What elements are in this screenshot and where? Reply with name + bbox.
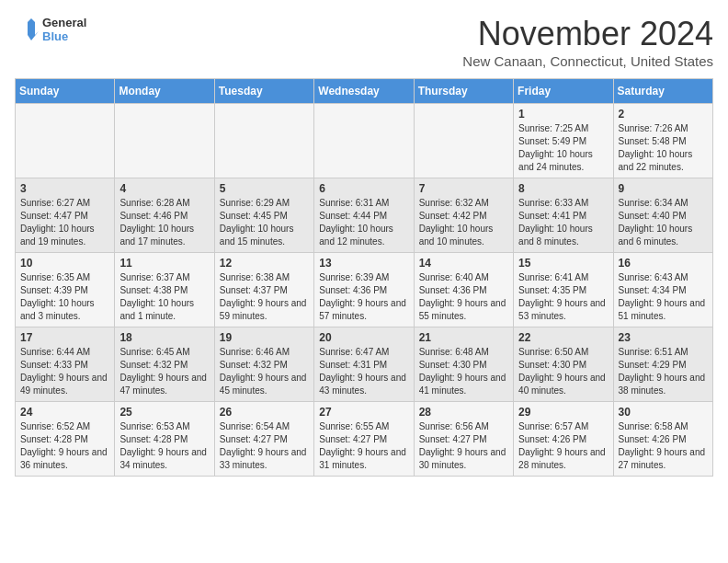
day-number: 10 — [20, 257, 109, 270]
calendar-cell-4-2: 18Sunrise: 6:45 AMSunset: 4:32 PMDayligh… — [115, 327, 214, 402]
day-info-line: Sunrise: 6:47 AM — [319, 346, 408, 359]
calendar-week-2: 3Sunrise: 6:27 AMSunset: 4:47 PMDaylight… — [16, 178, 713, 253]
day-info-line: Sunrise: 6:37 AM — [119, 271, 209, 284]
day-number: 16 — [619, 257, 708, 270]
calendar-cell-4-1: 17Sunrise: 6:44 AMSunset: 4:33 PMDayligh… — [16, 327, 115, 402]
header-monday: Monday — [115, 79, 214, 104]
header-wednesday: Wednesday — [314, 79, 414, 104]
day-info-line: Sunset: 4:26 PM — [518, 433, 608, 446]
day-number: 26 — [220, 406, 309, 419]
calendar-week-5: 24Sunrise: 6:52 AMSunset: 4:28 PMDayligh… — [16, 402, 713, 477]
day-number: 13 — [319, 257, 408, 270]
day-info-line: Sunrise: 7:26 AM — [619, 122, 708, 135]
day-info-line: Daylight: 10 hours and 3 minutes. — [20, 297, 109, 323]
month-title: November 2024 — [462, 15, 713, 53]
day-number: 25 — [119, 406, 209, 419]
calendar-cell-4-6: 22Sunrise: 6:50 AMSunset: 4:30 PMDayligh… — [514, 327, 613, 402]
calendar-cell-4-3: 19Sunrise: 6:46 AMSunset: 4:32 PMDayligh… — [214, 327, 313, 402]
day-info-line: Daylight: 9 hours and 53 minutes. — [518, 297, 608, 323]
day-info-line: Daylight: 9 hours and 47 minutes. — [119, 372, 209, 397]
day-number: 24 — [20, 406, 109, 419]
day-info-line: Daylight: 9 hours and 43 minutes. — [319, 372, 408, 397]
day-info-line: Sunrise: 6:53 AM — [119, 420, 209, 433]
day-info-line: Daylight: 10 hours and 19 minutes. — [20, 223, 109, 248]
day-number: 1 — [518, 108, 608, 121]
day-info-line: Sunrise: 6:43 AM — [619, 271, 708, 284]
calendar-cell-5-7: 30Sunrise: 6:58 AMSunset: 4:26 PMDayligh… — [613, 402, 712, 477]
day-number: 20 — [319, 331, 408, 344]
header-tuesday: Tuesday — [214, 79, 313, 104]
day-info-line: Sunset: 4:31 PM — [319, 359, 408, 372]
day-info-line: Sunrise: 6:29 AM — [220, 197, 309, 210]
svg-marker-0 — [28, 18, 39, 40]
day-info-line: Daylight: 10 hours and 12 minutes. — [319, 223, 408, 248]
calendar-cell-3-7: 16Sunrise: 6:43 AMSunset: 4:34 PMDayligh… — [613, 253, 712, 327]
day-info-line: Daylight: 9 hours and 51 minutes. — [619, 297, 708, 323]
day-info-line: Daylight: 10 hours and 10 minutes. — [419, 223, 508, 248]
calendar-cell-3-1: 10Sunrise: 6:35 AMSunset: 4:39 PMDayligh… — [16, 253, 115, 327]
calendar-cell-3-5: 14Sunrise: 6:40 AMSunset: 4:36 PMDayligh… — [414, 253, 513, 327]
day-info-line: Daylight: 9 hours and 40 minutes. — [518, 372, 608, 397]
header-saturday: Saturday — [613, 79, 712, 104]
day-info-line: Sunrise: 6:57 AM — [518, 420, 608, 433]
day-info-line: Daylight: 9 hours and 57 minutes. — [319, 297, 408, 323]
calendar-cell-5-6: 29Sunrise: 6:57 AMSunset: 4:26 PMDayligh… — [514, 402, 613, 477]
day-info-line: Sunrise: 7:25 AM — [518, 122, 608, 135]
day-info-line: Sunset: 4:30 PM — [518, 359, 608, 372]
day-info-line: Sunrise: 6:54 AM — [220, 420, 309, 433]
day-info-line: Sunset: 4:32 PM — [220, 359, 309, 372]
calendar-week-1: 1Sunrise: 7:25 AMSunset: 5:49 PMDaylight… — [16, 104, 713, 178]
calendar-cell-3-4: 13Sunrise: 6:39 AMSunset: 4:36 PMDayligh… — [314, 253, 414, 327]
day-info-line: Sunset: 4:32 PM — [119, 359, 209, 372]
day-number: 17 — [20, 331, 109, 344]
day-info-line: Daylight: 9 hours and 33 minutes. — [220, 446, 309, 472]
calendar-cell-2-7: 9Sunrise: 6:34 AMSunset: 4:40 PMDaylight… — [613, 178, 712, 253]
logo-svg — [15, 15, 39, 44]
day-info-line: Sunrise: 6:40 AM — [419, 271, 508, 284]
day-info-line: Daylight: 9 hours and 34 minutes. — [119, 446, 209, 472]
calendar-body: 1Sunrise: 7:25 AMSunset: 5:49 PMDaylight… — [16, 104, 713, 477]
calendar-cell-1-1 — [16, 104, 115, 178]
day-number: 6 — [319, 182, 408, 195]
calendar-table: Sunday Monday Tuesday Wednesday Thursday… — [15, 78, 713, 477]
calendar-cell-5-5: 28Sunrise: 6:56 AMSunset: 4:27 PMDayligh… — [414, 402, 513, 477]
day-info-line: Daylight: 10 hours and 17 minutes. — [119, 223, 209, 248]
day-info-line: Daylight: 9 hours and 30 minutes. — [419, 446, 508, 472]
day-number: 8 — [518, 182, 608, 195]
calendar-cell-1-6: 1Sunrise: 7:25 AMSunset: 5:49 PMDaylight… — [514, 104, 613, 178]
calendar-cell-2-3: 5Sunrise: 6:29 AMSunset: 4:45 PMDaylight… — [214, 178, 313, 253]
calendar-cell-1-3 — [214, 104, 313, 178]
day-info-line: Sunset: 4:44 PM — [319, 210, 408, 223]
day-number: 27 — [319, 406, 408, 419]
header-friday: Friday — [514, 79, 613, 104]
logo-general: General — [42, 16, 86, 29]
day-number: 3 — [20, 182, 109, 195]
header: General Blue November 2024 New Canaan, C… — [15, 15, 713, 69]
day-info-line: Sunrise: 6:46 AM — [220, 346, 309, 359]
calendar-cell-3-6: 15Sunrise: 6:41 AMSunset: 4:35 PMDayligh… — [514, 253, 613, 327]
day-info-line: Sunrise: 6:35 AM — [20, 271, 109, 284]
calendar-cell-4-4: 20Sunrise: 6:47 AMSunset: 4:31 PMDayligh… — [314, 327, 414, 402]
day-info-line: Daylight: 9 hours and 49 minutes. — [20, 372, 109, 397]
day-info-line: Sunset: 5:49 PM — [518, 135, 608, 148]
calendar-cell-3-3: 12Sunrise: 6:38 AMSunset: 4:37 PMDayligh… — [214, 253, 313, 327]
header-row: Sunday Monday Tuesday Wednesday Thursday… — [16, 79, 713, 104]
day-info-line: Daylight: 10 hours and 1 minute. — [119, 297, 209, 323]
calendar-cell-4-5: 21Sunrise: 6:48 AMSunset: 4:30 PMDayligh… — [414, 327, 513, 402]
day-info-line: Sunset: 4:47 PM — [20, 210, 109, 223]
day-info-line: Sunset: 5:48 PM — [619, 135, 708, 148]
day-number: 4 — [119, 182, 209, 195]
calendar-cell-1-2 — [115, 104, 214, 178]
day-number: 23 — [619, 331, 708, 344]
day-info-line: Sunrise: 6:58 AM — [619, 420, 708, 433]
day-info-line: Sunset: 4:42 PM — [419, 210, 508, 223]
day-info-line: Sunset: 4:37 PM — [220, 284, 309, 297]
day-number: 9 — [619, 182, 708, 195]
calendar-cell-2-4: 6Sunrise: 6:31 AMSunset: 4:44 PMDaylight… — [314, 178, 414, 253]
day-number: 14 — [419, 257, 508, 270]
calendar-cell-1-4 — [314, 104, 414, 178]
day-info-line: Daylight: 9 hours and 36 minutes. — [20, 446, 109, 472]
day-number: 2 — [619, 108, 708, 121]
logo-text-block: General Blue — [42, 16, 86, 43]
day-info-line: Daylight: 10 hours and 24 minutes. — [518, 148, 608, 174]
